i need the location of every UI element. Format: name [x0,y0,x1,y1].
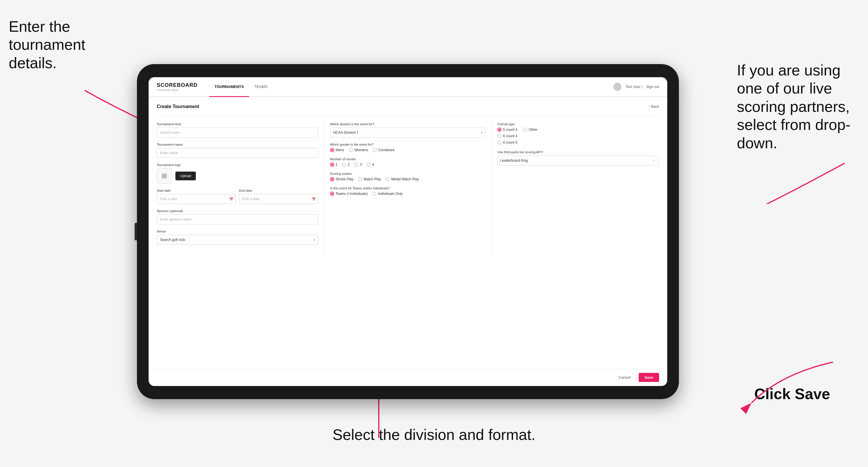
gender-womens-radio[interactable] [349,148,353,152]
logo-placeholder [157,168,172,184]
scoring-label: Scoring system [330,172,486,176]
scoring-match-radio[interactable] [358,177,362,181]
tablet-screen: SCOREBOARD Powered by clippd TOURNAMENTS… [149,77,667,386]
gender-combined-radio[interactable] [373,148,377,152]
image-icon [161,173,167,179]
navbar-nav: TOURNAMENTS TEAMS [209,77,613,96]
tablet-side-handle [135,223,137,240]
venue-select[interactable]: Search golf club [157,235,318,245]
format-6count5[interactable]: 6 count 5 [497,141,517,145]
tablet-frame: SCOREBOARD Powered by clippd TOURNAMENTS… [137,64,679,399]
scoring-match-play[interactable]: Match Play [358,177,381,181]
division-select-wrapper: NCAA Division I [330,128,486,137]
rounds-radio-group: 1 2 3 [330,162,486,167]
form-footer: Cancel Save [149,369,667,386]
form-grid: Tournament Host Tournament name Tourname… [157,116,659,256]
format-6count4[interactable]: 6 count 4 [497,134,517,138]
sponsor-field: Sponsor (optional) [157,209,318,224]
tournament-host-label: Tournament Host [157,122,318,126]
rounds-2[interactable]: 2 [342,162,350,167]
rounds-1[interactable]: 1 [330,162,338,167]
brand-sub: Powered by clippd [157,89,197,91]
sponsor-label: Sponsor (optional) [157,209,318,213]
brand-title: SCOREBOARD [157,82,197,88]
format-5count4-radio[interactable] [497,128,501,132]
individuals-radio[interactable] [372,192,376,196]
individuals-only[interactable]: Individuals Only [372,192,403,196]
live-scoring-clear[interactable]: × : [653,159,656,162]
navbar-user: Test User | Sign out [613,83,659,91]
end-date-input[interactable] [239,194,318,204]
division-field: Which division is the event for? NCAA Di… [330,122,486,137]
gender-mens-radio[interactable] [330,148,334,152]
division-select[interactable]: NCAA Division I [330,128,486,137]
form-container: Create Tournament ‹ Back Tournament Host… [149,97,667,263]
rounds-3[interactable]: 3 [354,162,362,167]
format-row-1: 5 count 4 Other [497,128,659,132]
back-link[interactable]: ‹ Back [649,104,659,109]
format-row-2: 6 count 4 [497,134,659,138]
tournament-host-field: Tournament Host [157,122,318,137]
gender-field: Which gender is the event for? Mens Wome… [330,143,486,152]
rounds-4[interactable]: 4 [367,162,374,167]
scoring-stroke-play[interactable]: Stroke Play [330,177,353,181]
format-other[interactable]: Other [523,128,537,132]
format-6count4-radio[interactable] [497,134,501,138]
rounds-1-radio[interactable] [330,162,334,167]
format-type-label: Format type [497,122,659,126]
nav-item-tournaments[interactable]: TOURNAMENTS [209,77,249,97]
save-button[interactable]: Save [639,373,659,382]
gender-combined[interactable]: Combined [373,148,394,152]
rounds-4-radio[interactable] [367,162,371,167]
annotation-top-left: Enter the tournament details. [9,18,114,72]
page-title: Create Tournament [157,104,199,109]
venue-select-wrapper: Search golf club [157,235,318,245]
live-scoring-field: Use third-party live scoring API? Leader… [497,150,659,165]
gender-womens[interactable]: Womens [349,148,368,152]
format-other-radio[interactable] [523,128,527,132]
format-type-field: Format type 5 count 4 Other [497,122,659,145]
gender-label: Which gender is the event for? [330,143,486,146]
start-date-input[interactable] [157,194,236,204]
scoring-stroke-radio[interactable] [330,177,334,181]
gender-radio-group: Mens Womens Combined [330,148,486,152]
teams-radio[interactable] [330,192,334,196]
user-avatar [613,83,621,91]
user-name: Test User | [626,85,642,89]
date-row: Start date End date [157,189,318,209]
sign-out-link[interactable]: Sign out [646,85,659,89]
scoring-medal-radio[interactable] [385,177,390,181]
gender-mens[interactable]: Mens [330,148,344,152]
navbar-brand: SCOREBOARD Powered by clippd [157,82,197,91]
teams-radio-group: Teams (+Individuals) Individuals Only [330,192,486,196]
sponsor-input[interactable] [157,214,318,224]
rounds-3-radio[interactable] [354,162,359,167]
teams-plus-individuals[interactable]: Teams (+Individuals) [330,192,368,196]
start-date-field: Start date [157,189,236,204]
format-5count4[interactable]: 5 count 4 [497,128,517,132]
form-col-1: Tournament Host Tournament name Tourname… [157,117,324,256]
annotation-bottom-right: Click Save [754,385,830,403]
live-scoring-input[interactable]: Leaderboard King × : [497,156,659,165]
rounds-2-radio[interactable] [342,162,346,167]
nav-item-teams[interactable]: TEAMS [249,77,273,97]
annotation-bottom-center: Select the division and format. [333,426,535,444]
scoring-medal-match-play[interactable]: Medal Match Play [385,177,419,181]
tournament-logo-label: Tournament logo [157,163,318,167]
page-header: Create Tournament ‹ Back [157,104,659,109]
live-scoring-value: Leaderboard King [500,158,528,162]
tournament-name-input[interactable] [157,148,318,158]
scoring-radio-group: Stroke Play Match Play Medal Match Play [330,177,486,181]
end-date-field: End date [239,189,318,204]
venue-label: Venue [157,229,318,233]
cancel-button[interactable]: Cancel [614,373,635,382]
rounds-label: Number of rounds [330,157,486,161]
venue-field: Venue Search golf club [157,229,318,245]
live-scoring-label: Use third-party live scoring API? [497,150,659,154]
teams-label: Is this event for Teams and/or Individua… [330,186,486,190]
tournament-logo-field: Tournament logo Upload [157,163,318,184]
upload-button[interactable]: Upload [176,172,196,180]
tournament-host-input[interactable] [157,128,318,137]
format-6count5-radio[interactable] [497,141,501,145]
end-date-wrapper [239,194,318,204]
